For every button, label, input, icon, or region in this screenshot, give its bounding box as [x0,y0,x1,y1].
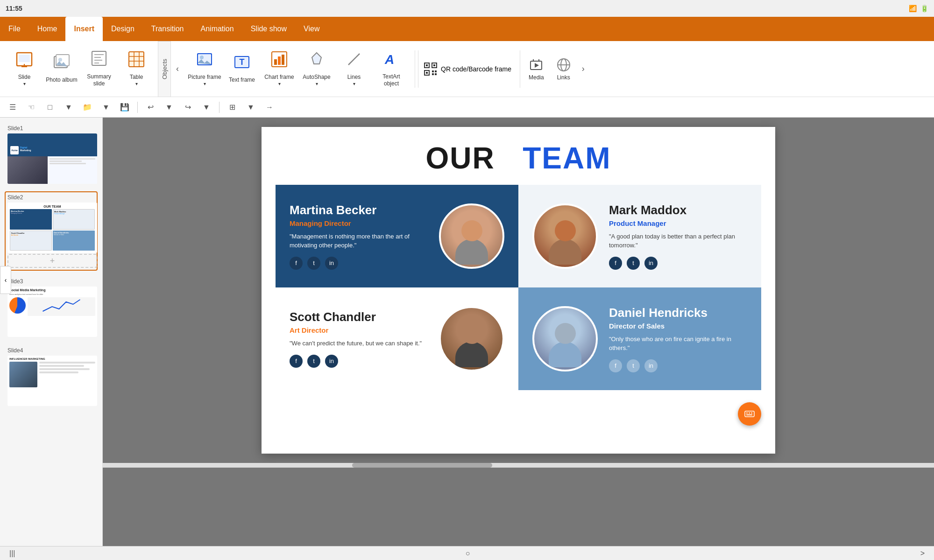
open-dropdown[interactable]: ▼ [98,100,114,114]
svg-rect-48 [749,413,750,413]
lines-button[interactable]: Lines ▾ [335,47,373,91]
slide-1-text [48,156,97,184]
daniel-name: Daniel Hendricks [609,306,747,320]
menu-animation[interactable]: Animation [192,17,242,41]
arrow-button[interactable]: → [262,100,277,114]
daniel-avatar [532,306,598,371]
slide-1-body [7,156,97,184]
media-icon [529,57,544,72]
canvas-area: OUR TEAM Martina Becker Managing Directo… [103,118,934,546]
martina-name: Martina Becker [290,203,428,217]
svg-text:A: A [384,52,394,67]
mark-twitter[interactable]: t [627,257,640,270]
add-slide-button[interactable]: + [7,254,97,268]
menu-transition[interactable]: Transition [143,17,192,41]
undo-button[interactable]: ↩ [142,100,158,114]
scrollbar-thumb[interactable] [352,463,492,468]
sec-divider-2 [219,102,219,113]
slide-4-thumb[interactable]: INFLUENCER MARKETING [7,356,97,406]
toolbar-group-slides: Slide ▾ Photo album Summary slide Table … [4,41,157,97]
daniel-facebook[interactable]: f [609,359,622,372]
picture-frame-button[interactable]: Picture frame ▾ [186,47,223,91]
toolbar-divider [415,50,415,88]
mark-facebook[interactable]: f [609,257,622,270]
grid-button[interactable]: ⊞ [224,100,240,114]
team-card-mark[interactable]: Mark Maddox Product Manager "A good plan… [518,185,761,287]
scott-quote: "We can't predict the future, but we can… [290,339,428,348]
martina-twitter[interactable]: t [307,257,320,270]
bottom-left-icon[interactable]: ||| [9,549,15,558]
textart-button[interactable]: A TextArt object [373,47,410,91]
autoshape-button[interactable]: AutoShape ▾ [298,47,335,91]
slide-item-3[interactable]: Slide3 Social Media Marketing some analy… [5,275,98,340]
team-card-martina[interactable]: Martina Becker Managing Director "Manage… [276,185,518,287]
slide-panel: Slide1 Acme Digital Marketing [0,118,103,546]
bottom-center-icon[interactable]: ○ [466,549,470,558]
scott-linkedin[interactable]: in [325,355,338,368]
menu-insert[interactable]: Insert [65,17,103,41]
hamburger-button[interactable]: ☰ [5,100,21,114]
shape-dropdown[interactable]: ▼ [61,100,77,114]
redo-dropdown[interactable]: ▼ [198,100,214,114]
daniel-twitter[interactable]: t [627,359,640,372]
horizontal-scrollbar[interactable] [103,463,934,468]
floating-action-button[interactable] [738,402,761,426]
links-button[interactable]: Links [551,50,577,88]
slide-1-thumb[interactable]: Acme Digital Marketing [7,133,97,184]
redo-button[interactable]: ↪ [180,100,196,114]
grid-dropdown[interactable]: ▼ [243,100,259,114]
keyboard-icon [744,408,755,420]
toolbar-group-frames: Picture frame ▾ T Text frame Chart frame… [184,41,412,97]
slide-item-2[interactable]: Slide2 OUR TEAM Martina Becker Managing … [5,191,98,271]
pointer-button[interactable]: ☜ [23,100,39,114]
mark-linkedin[interactable]: in [644,257,658,270]
picture-frame-icon [196,51,213,72]
scott-facebook[interactable]: f [290,355,303,368]
slide-2-thumb[interactable]: OUR TEAM Martina Becker Managing Directo… [7,203,97,253]
scott-twitter[interactable]: t [307,355,320,368]
martina-facebook[interactable]: f [290,257,303,270]
objects-tab[interactable]: Objects [158,41,171,97]
chart-frame-icon [271,51,288,72]
open-button[interactable]: 📁 [79,100,95,114]
undo-dropdown[interactable]: ▼ [161,100,177,114]
slide-item-4[interactable]: Slide4 INFLUENCER MARKETING [5,344,98,409]
team-info-martina: Martina Becker Managing Director "Manage… [290,203,428,270]
team-card-scott[interactable]: Scott Chandler Art Director "We can't pr… [276,287,518,390]
toolbar-scroll-left[interactable]: ‹ [172,50,183,88]
slide-3-thumb[interactable]: Social Media Marketing some analytics te… [7,287,97,337]
menu-view[interactable]: View [295,17,328,41]
svg-rect-50 [746,414,752,415]
daniel-linkedin[interactable]: in [644,359,658,372]
title-bar: 11:55 📶 🔋 [0,0,934,17]
svg-rect-46 [745,411,754,417]
toolbar: Slide ▾ Photo album Summary slide Table … [0,41,934,97]
text-frame-button[interactable]: T Text frame [223,47,261,91]
toolbar-scroll-right[interactable]: › [578,50,589,88]
svg-rect-47 [746,413,748,413]
menu-home[interactable]: Home [29,17,66,41]
menu-slideshow[interactable]: Slide show [242,17,295,41]
slide-3-label: Slide3 [7,278,95,285]
collapse-panel-button[interactable]: ‹ [0,266,11,294]
scott-role: Art Director [290,326,428,334]
slide-item-1[interactable]: Slide1 Acme Digital Marketing [5,122,98,187]
mark-role: Product Manager [609,219,747,227]
summary-slide-button[interactable]: Summary slide [80,47,118,91]
shape-button[interactable]: □ [42,100,58,114]
martina-linkedin[interactable]: in [325,257,338,270]
slide-button[interactable]: Slide ▾ [6,47,43,91]
team-card-daniel[interactable]: Daniel Hendricks Director of Sales "Only… [518,287,761,390]
save-button[interactable]: 💾 [117,100,133,114]
qr-section[interactable]: QR code/Barcode frame [418,50,517,88]
bottom-right-icon[interactable]: > [920,549,925,558]
table-button[interactable]: Table ▾ [118,47,155,91]
photo-album-button[interactable]: Photo album [43,47,80,91]
slide-4-content: INFLUENCER MARKETING [7,356,97,406]
chart-frame-button[interactable]: Chart frame ▾ [261,47,298,91]
menu-file[interactable]: File [0,17,29,41]
daniel-socials: f t in [609,359,747,372]
slide-1-label: Slide1 [7,125,95,132]
menu-design[interactable]: Design [103,17,143,41]
media-button[interactable]: Media [523,50,550,88]
